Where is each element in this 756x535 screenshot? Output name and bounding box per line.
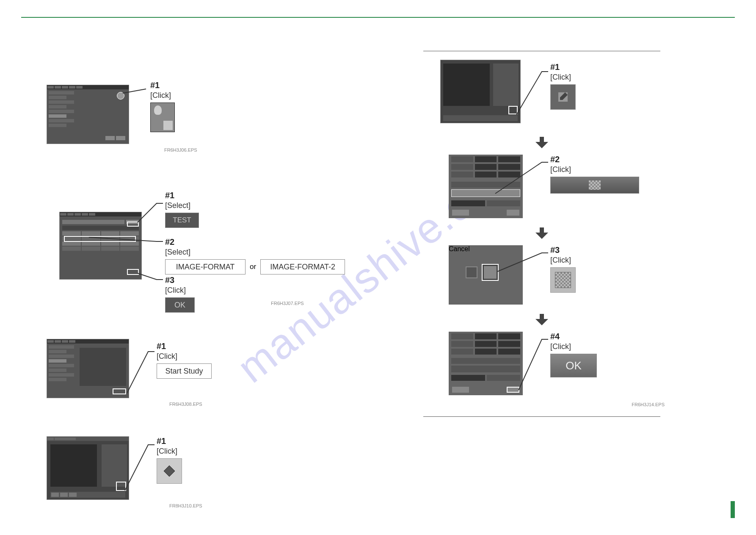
cancel-button[interactable]: Cancel — [449, 245, 523, 253]
callout-action: [Click] — [165, 286, 195, 295]
eps-caption: FR6H3J06.EPS — [164, 147, 197, 152]
screenshot-thumb-4 — [47, 436, 129, 500]
ok-button[interactable]: OK — [165, 297, 195, 313]
callout-action: [Click] — [550, 256, 576, 265]
screenshot-thumb-3 — [47, 339, 129, 398]
left-block-2: #1 [Select] TEST #2 [Select] IMAGE-FORMA… — [47, 186, 368, 301]
eps-caption: FR6H3J07.EPS — [271, 301, 304, 306]
arrow-down-icon — [535, 137, 548, 150]
panel-r4 — [449, 332, 523, 395]
or-label: or — [250, 263, 256, 271]
flow-step-2: #2 [Click] — [423, 155, 660, 222]
callout-r2: #2 [Click] — [550, 155, 639, 194]
checkerboard-bar-button[interactable] — [550, 177, 639, 194]
callout-action: [Click] — [550, 73, 576, 82]
start-study-button[interactable]: Start Study — [157, 363, 212, 379]
image-format-option[interactable]: IMAGE-FORMAT — [165, 259, 246, 274]
header-rule — [21, 17, 735, 18]
callout-label: #1 — [550, 62, 576, 72]
callout-action: [Click] — [157, 352, 212, 361]
image-format-2-option[interactable]: IMAGE-FORMAT-2 — [260, 259, 345, 274]
callout-label: #1 — [157, 341, 212, 351]
eps-caption: FR8H3J10.EPS — [169, 503, 202, 508]
callout-r1: #1 [Click] — [550, 62, 576, 110]
section-rule-bottom — [423, 416, 660, 417]
left-block-1: #1 [Click] FR6H3J06.EPS — [47, 85, 368, 148]
screenshot-thumb-2 — [59, 212, 142, 280]
callout-r3: #3 [Click] — [550, 245, 576, 293]
left-column: #1 [Click] FR6H3J06.EPS — [47, 85, 368, 535]
left-block-3: #1 [Click] Start Study FR6H3J08.EPS — [47, 339, 368, 402]
callout-action: [Select] — [165, 201, 199, 210]
callout-action: [Click] — [550, 342, 597, 351]
section-rule-top — [423, 51, 660, 51]
thumbnail-icon[interactable] — [150, 103, 175, 132]
callout-2-3: #3 [Click] OK — [165, 275, 195, 313]
callout-label: #2 — [165, 237, 368, 247]
callout-label: #2 — [550, 155, 639, 164]
callout-1-1: #1 [Click] — [150, 80, 175, 132]
callout-action: [Click] — [550, 165, 639, 174]
screenshot-thumb-1 — [47, 85, 129, 144]
diamond-icon[interactable] — [157, 458, 182, 484]
callout-label: #4 — [550, 332, 597, 341]
callout-2-1: #1 [Select] TEST — [165, 191, 199, 228]
eps-caption: FR6H3J14.EPS — [632, 402, 665, 407]
svg-marker-1 — [164, 466, 175, 477]
arrow-down-icon — [535, 227, 548, 240]
screenshot-thumb-r1 — [440, 60, 521, 123]
panel-r3: Cancel — [449, 245, 523, 305]
flow-step-1: #1 [Click] — [423, 60, 660, 132]
test-button[interactable]: TEST — [165, 213, 199, 228]
callout-r4: #4 [Click] OK — [550, 332, 597, 377]
callout-label: #3 — [165, 275, 195, 285]
right-column: #1 [Click] — [423, 51, 660, 425]
eps-caption: FR6H3J08.EPS — [169, 402, 202, 407]
left-block-4: #1 [Click] FR8H3J10.EPS — [47, 436, 368, 504]
arrow-down-icon — [535, 314, 548, 327]
callout-label: #3 — [550, 245, 576, 255]
flow-step-3: Cancel #3 [Click] — [423, 245, 660, 309]
callout-2-2: #2 [Select] IMAGE-FORMAT or IMAGE-FORMAT… — [165, 237, 368, 274]
callout-4-1: #1 [Click] — [157, 436, 182, 484]
panel-r2 — [449, 155, 523, 218]
callout-label: #1 — [157, 436, 182, 446]
flow-step-4: #4 [Click] OK — [423, 332, 660, 399]
page-edge-mark — [731, 501, 735, 518]
edit-icon[interactable] — [550, 84, 576, 110]
callout-action: [Click] — [150, 91, 175, 100]
callout-label: #1 — [150, 80, 175, 90]
callout-action: [Click] — [157, 447, 182, 456]
callout-action: [Select] — [165, 248, 368, 257]
checkerboard-icon[interactable] — [550, 267, 576, 293]
ok-button[interactable]: OK — [550, 354, 597, 377]
callout-3-1: #1 [Click] Start Study — [157, 341, 212, 379]
callout-label: #1 — [165, 191, 199, 200]
